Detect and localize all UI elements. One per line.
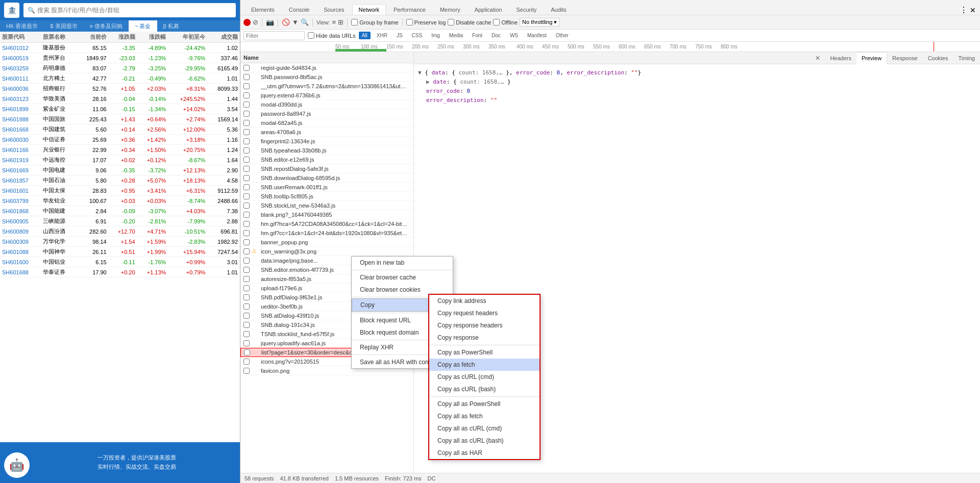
tab-preview[interactable]: Preview: [856, 52, 887, 64]
no-throttling-dropdown[interactable]: No throttling ▾: [520, 18, 559, 27]
table-row[interactable]: SH601888中国国旅225.43+1.43+0.64%+2.74%1569.…: [0, 114, 240, 124]
list-item[interactable]: regist-guide-5d4834.js: [240, 63, 413, 72]
file-checkbox[interactable]: [243, 221, 250, 227]
copy-response[interactable]: Copy response: [429, 332, 540, 344]
filter-media[interactable]: Media: [446, 32, 466, 39]
table-row[interactable]: SH601166兴业银行22.99+0.34+1.50%+20.75%1.24: [0, 145, 240, 155]
file-checkbox[interactable]: [243, 359, 250, 365]
tab-memory[interactable]: Memory: [433, 4, 467, 15]
file-checkbox[interactable]: [243, 303, 250, 310]
file-checkbox[interactable]: [243, 340, 250, 346]
disable-cache-checkbox[interactable]: [448, 19, 454, 26]
file-checkbox[interactable]: [243, 267, 250, 273]
grid-view-icon[interactable]: ⊞: [338, 18, 344, 26]
table-row[interactable]: SH601668中国建筑5.60+0.14+2.56%+12.00%5.36: [0, 124, 240, 135]
close-icon[interactable]: ✕: [970, 6, 976, 14]
table-row[interactable]: SH601669中国电建9.06-0.35-3.72%+12.13%2.90: [0, 165, 240, 175]
tab-application[interactable]: Application: [468, 4, 509, 15]
tab-performance[interactable]: Performance: [387, 4, 432, 15]
more-icon[interactable]: ⋮: [960, 5, 968, 15]
table-row[interactable]: SH600519贵州茅台1849.97-23.03-1.23%-9.76%337…: [0, 53, 240, 63]
tab-timing[interactable]: Timing: [953, 52, 980, 64]
list-item[interactable]: modal-d390dd.js: [240, 100, 413, 109]
filter-other[interactable]: Other: [553, 32, 572, 39]
file-checkbox[interactable]: [243, 92, 250, 98]
filter-font[interactable]: Font: [469, 32, 485, 39]
table-row[interactable]: SH603123华致美酒28.16-0.04-0.14%+245.52%1.44: [0, 94, 240, 104]
copy-as-fetch[interactable]: Copy as fetch: [429, 359, 540, 371]
copy-response-headers[interactable]: Copy response headers: [429, 319, 540, 332]
list-item[interactable]: SNB.repostDialog-5afe3f.js: [240, 164, 413, 173]
search-box[interactable]: 🔍: [23, 3, 236, 17]
table-row[interactable]: SH601012隆基股份65.15-3.35-4.89%-24.42%1.02: [0, 43, 240, 53]
table-row[interactable]: SH601088中国神华26.11+0.51+1.99%+15.94%7247.…: [0, 247, 240, 257]
tab-response[interactable]: Response: [887, 52, 923, 64]
list-item[interactable]: SNB.editor-e12e69.js: [240, 155, 413, 164]
preserve-log-checkbox[interactable]: [406, 19, 413, 26]
nav-tab-private[interactable]: β 私募: [157, 20, 185, 32]
nav-tab-hk[interactable]: HK 香港股市: [0, 20, 44, 32]
list-item[interactable]: hm.gif?hca=5A72CDA08A345080&cc=1&ck=1&cl…: [240, 219, 413, 228]
file-checkbox[interactable]: [243, 294, 250, 300]
table-row[interactable]: SH601857中国石油5.80+0.28+5.07%+18.13%4.58: [0, 175, 240, 186]
offline-checkbox[interactable]: [493, 19, 500, 26]
filter-xhr[interactable]: XHR: [374, 32, 390, 39]
table-row[interactable]: SH601688华泰证券17.90+0.20+1.13%+0.79%1.01: [0, 267, 240, 277]
stop-icon[interactable]: ⊘: [253, 18, 258, 26]
search-network-icon[interactable]: 🔍: [301, 18, 309, 26]
file-checkbox[interactable]: [243, 239, 250, 245]
list-item[interactable]: ⚠icon_warning@3x.png: [240, 247, 413, 256]
file-checkbox[interactable]: [243, 368, 250, 374]
list-item[interactable]: SNB.userRemark-001ff1.js: [240, 183, 413, 192]
filter-js[interactable]: JS: [394, 32, 406, 39]
tab-audits[interactable]: Audits: [544, 4, 573, 15]
table-row[interactable]: SH600036招商银行52.76+1.05+2.03%+8.31%8099.3…: [0, 84, 240, 94]
ctx-open-new-tab[interactable]: Open in new tab: [352, 257, 453, 269]
camera-icon[interactable]: 📷: [266, 18, 274, 26]
file-checkbox[interactable]: [243, 202, 250, 209]
table-row[interactable]: SH600809山西汾酒282.60+12.70+4.71%-10.51%696…: [0, 226, 240, 237]
copy-all-as-har[interactable]: Copy all as HAR: [429, 447, 540, 459]
list-item[interactable]: SNB.tooltip-5cf805.js: [240, 192, 413, 201]
file-checkbox[interactable]: [244, 349, 250, 355]
list-item[interactable]: jquery.extend-6736b6.js: [240, 91, 413, 100]
file-checkbox[interactable]: [243, 285, 250, 291]
file-checkbox[interactable]: [243, 230, 250, 236]
file-checkbox[interactable]: [243, 111, 250, 117]
list-item[interactable]: banner_popup.png: [240, 238, 413, 247]
table-row[interactable]: SH601899紫金矿业11.06-0.15-1.34%+14.02%3.54: [0, 104, 240, 114]
view-icon[interactable]: View:: [316, 19, 330, 26]
copy-all-as-fetch[interactable]: Copy all as fetch: [429, 410, 540, 422]
copy-as-curl-bash[interactable]: Copy as cURL (bash): [429, 383, 540, 395]
filter-input[interactable]: [243, 31, 305, 40]
table-row[interactable]: SH600030中信证券25.69+0.36+1.42%+3.18%1.16: [0, 135, 240, 145]
file-checkbox[interactable]: [243, 101, 250, 108]
copy-as-curl-cmd[interactable]: Copy as cURL (cmd): [429, 371, 540, 383]
list-item[interactable]: blank.png?_1644760449385: [240, 210, 413, 219]
file-checkbox[interactable]: [243, 193, 250, 199]
table-row[interactable]: SH601919中远海控17.07+0.02+0.12%-8.67%1.64: [0, 155, 240, 165]
hide-data-urls-checkbox[interactable]: [308, 32, 314, 39]
file-checkbox[interactable]: [243, 331, 250, 337]
file-checkbox[interactable]: [243, 65, 250, 71]
copy-request-headers[interactable]: Copy request headers: [429, 307, 540, 319]
nav-tab-us[interactable]: $ 美国股市: [44, 20, 83, 32]
file-checkbox[interactable]: [243, 138, 250, 144]
nav-tab-fund[interactable]: ~ 基金: [129, 20, 157, 32]
nav-tab-debt[interactable]: ≡ 债务及回购: [84, 20, 129, 32]
list-item[interactable]: hm.gif?cc=1&ck=1&cl=24-bit&ds=1920x1080&…: [240, 228, 413, 238]
file-checkbox[interactable]: [243, 175, 250, 181]
disable-cache-label[interactable]: Disable cache: [448, 19, 491, 26]
list-item[interactable]: password-8a8947.js: [240, 109, 413, 118]
group-by-frame-checkbox[interactable]: [351, 19, 358, 26]
clear-icon[interactable]: 🚫: [282, 18, 290, 26]
file-checkbox[interactable]: [243, 147, 250, 154]
copy-all-as-curl-cmd[interactable]: Copy all as cURL (cmd): [429, 422, 540, 435]
file-checkbox[interactable]: [243, 157, 250, 163]
list-item[interactable]: SNB.downloadDialog-68595d.js: [240, 173, 413, 183]
table-row[interactable]: SH600111北方稀土42.77-0.21-0.49%-6.62%1.01: [0, 73, 240, 84]
file-checkbox[interactable]: [243, 313, 250, 319]
file-checkbox[interactable]: [243, 212, 250, 218]
copy-all-as-powershell[interactable]: Copy all as PowerShell: [429, 398, 540, 410]
search-input[interactable]: [37, 7, 232, 14]
